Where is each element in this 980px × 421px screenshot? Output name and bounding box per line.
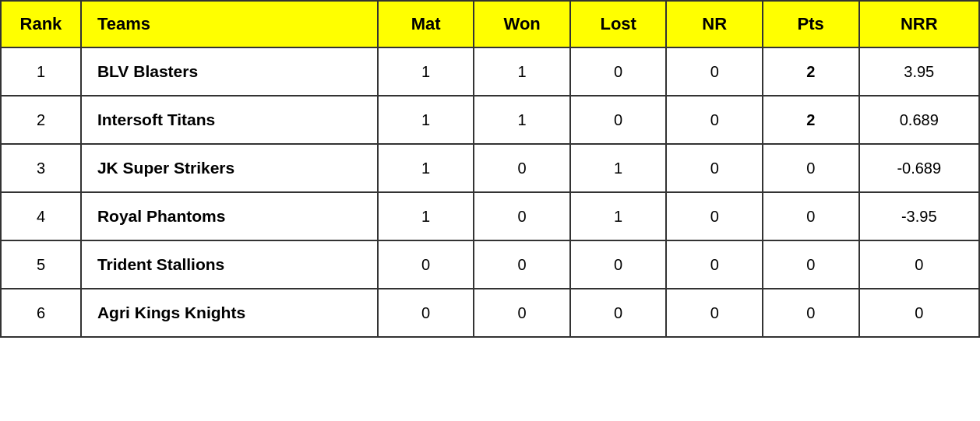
cell-nrr: -3.95	[859, 192, 980, 240]
table-row: 1 BLV Blasters 1 1 0 0 2 3.95	[1, 47, 979, 96]
cell-team: Agri Kings Knights	[81, 289, 378, 337]
cell-team: Intersoft Titans	[81, 96, 378, 144]
header-pts: Pts	[763, 1, 859, 47]
cell-pts: 2	[763, 96, 859, 144]
cell-nr: 0	[666, 192, 763, 240]
cell-mat: 0	[378, 240, 474, 289]
cell-lost: 0	[570, 289, 667, 337]
cell-lost: 0	[570, 240, 667, 289]
cell-won: 0	[474, 144, 570, 192]
standings-table-container: Rank Teams Mat Won Lost NR Pts NRR 1 BLV…	[0, 0, 980, 338]
cell-team: JK Super Strikers	[81, 144, 378, 192]
cell-pts: 0	[763, 289, 859, 337]
cell-nr: 0	[666, 144, 763, 192]
header-lost: Lost	[570, 1, 667, 47]
cell-pts: 0	[763, 192, 859, 240]
cell-nrr: 0	[859, 289, 980, 337]
cell-won: 1	[474, 47, 570, 96]
cell-nr: 0	[666, 289, 763, 337]
header-teams: Teams	[81, 1, 378, 47]
cell-won: 0	[474, 240, 570, 289]
table-row: 5 Trident Stallions 0 0 0 0 0 0	[1, 240, 979, 289]
cell-nrr: -0.689	[859, 144, 980, 192]
cell-nr: 0	[666, 240, 763, 289]
cell-nrr: 3.95	[859, 47, 980, 96]
cell-mat: 1	[378, 192, 474, 240]
cell-rank: 4	[1, 192, 81, 240]
cell-team: BLV Blasters	[81, 47, 378, 96]
cell-won: 0	[474, 289, 570, 337]
cell-nrr: 0	[859, 240, 980, 289]
cell-pts: 2	[763, 47, 859, 96]
cell-rank: 1	[1, 47, 81, 96]
cell-team: Royal Phantoms	[81, 192, 378, 240]
cell-nr: 0	[666, 96, 763, 144]
table-row: 3 JK Super Strikers 1 0 1 0 0 -0.689	[1, 144, 979, 192]
header-mat: Mat	[378, 1, 474, 47]
header-rank: Rank	[1, 1, 81, 47]
cell-mat: 1	[378, 47, 474, 96]
cell-rank: 6	[1, 289, 81, 337]
cell-mat: 1	[378, 96, 474, 144]
cell-lost: 0	[570, 96, 667, 144]
cell-rank: 3	[1, 144, 81, 192]
cell-pts: 0	[763, 240, 859, 289]
cell-lost: 0	[570, 47, 667, 96]
header-won: Won	[474, 1, 570, 47]
cell-rank: 5	[1, 240, 81, 289]
cell-lost: 1	[570, 192, 667, 240]
cell-mat: 1	[378, 144, 474, 192]
cell-mat: 0	[378, 289, 474, 337]
cell-nrr: 0.689	[859, 96, 980, 144]
cell-lost: 1	[570, 144, 667, 192]
table-row: 6 Agri Kings Knights 0 0 0 0 0 0	[1, 289, 979, 337]
table-row: 4 Royal Phantoms 1 0 1 0 0 -3.95	[1, 192, 979, 240]
cell-rank: 2	[1, 96, 81, 144]
cell-won: 1	[474, 96, 570, 144]
table-header-row: Rank Teams Mat Won Lost NR Pts NRR	[1, 1, 979, 47]
header-nrr: NRR	[859, 1, 980, 47]
cell-won: 0	[474, 192, 570, 240]
header-nr: NR	[666, 1, 763, 47]
cell-team: Trident Stallions	[81, 240, 378, 289]
cell-nr: 0	[666, 47, 763, 96]
standings-table: Rank Teams Mat Won Lost NR Pts NRR 1 BLV…	[0, 0, 980, 338]
cell-pts: 0	[763, 144, 859, 192]
table-row: 2 Intersoft Titans 1 1 0 0 2 0.689	[1, 96, 979, 144]
